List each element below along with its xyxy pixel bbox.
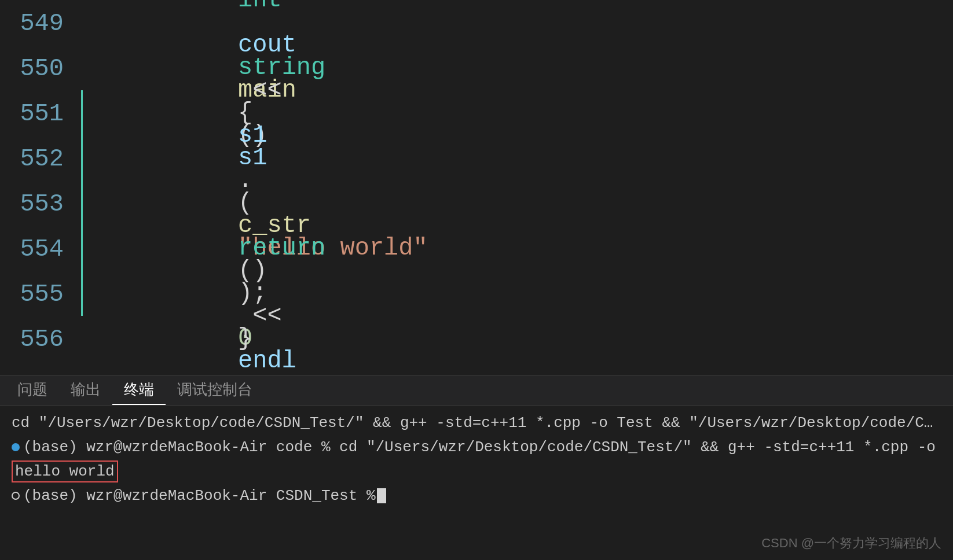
line-numbers: 549 550 551 552 553 554 555 556 557 558 [0, 0, 75, 375]
dot-blue-icon [12, 443, 20, 451]
line-number-556: 556 [0, 317, 64, 362]
hello-world-output: hello world [12, 460, 118, 482]
dot-outline-icon [12, 492, 20, 500]
line-number-549: 549 [0, 1, 64, 46]
line-number-550: 550 [0, 46, 64, 91]
watermark: CSDN @一个努力学习编程的人 [761, 535, 941, 552]
line-number-557: 557 [0, 362, 64, 375]
tab-terminal[interactable]: 终端 [112, 375, 166, 405]
editor-area: 549 550 551 552 553 554 555 556 557 558 … [0, 0, 953, 375]
cout-keyword: cout [238, 31, 296, 59]
code-container: 549 550 551 552 553 554 555 556 557 558 … [0, 0, 953, 375]
terminal-line-1: cd "/Users/wzr/Desktop/code/CSDN_Test/" … [12, 411, 941, 436]
line-number-554: 554 [0, 227, 64, 272]
panel-tabs: 问题 输出 终端 调试控制台 [0, 375, 953, 406]
code-line-556: } [81, 316, 953, 361]
terminal-line-2: (base) wzr@wzrdeMacBook-Air code % cd "/… [12, 436, 941, 460]
line-number-553: 553 [0, 182, 64, 227]
cursor [377, 488, 386, 503]
line-number-552: 552 [0, 137, 64, 182]
line-number-555: 555 [0, 272, 64, 317]
terminal-line-4: (base) wzr@wzrdeMacBook-Air CSDN_Test % [12, 484, 941, 509]
tab-problems[interactable]: 问题 [6, 375, 59, 405]
code-lines[interactable]: int main () { string [75, 0, 953, 375]
tab-debug-console[interactable]: 调试控制台 [166, 375, 264, 405]
terminal-line-3: hello world [12, 460, 941, 484]
panel: 问题 输出 终端 调试控制台 cd "/Users/wzr/Desktop/co… [0, 375, 953, 560]
tab-output[interactable]: 输出 [59, 375, 112, 405]
keyword-return: return [238, 234, 325, 262]
line-number-551: 551 [0, 91, 64, 137]
